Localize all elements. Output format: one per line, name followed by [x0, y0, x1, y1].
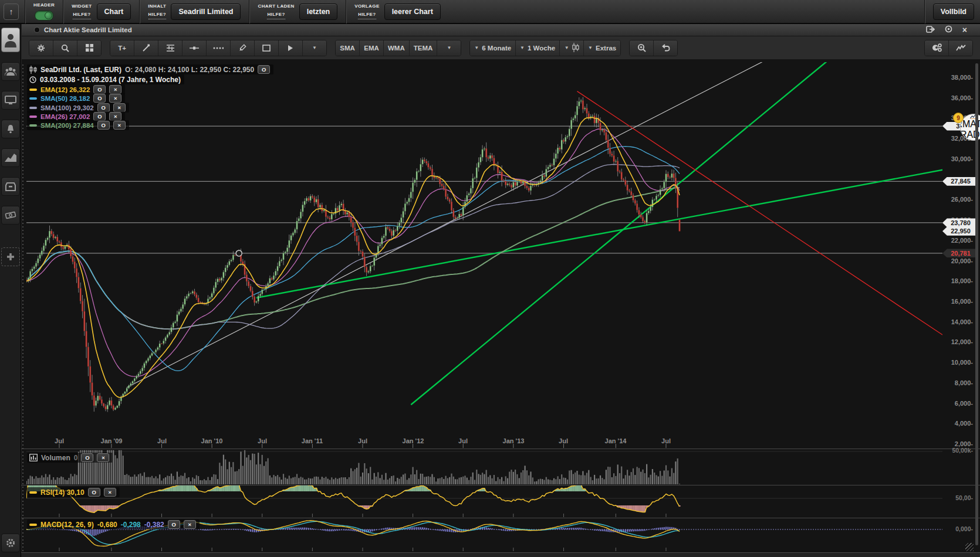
indicator-remove-button[interactable]: × — [109, 94, 121, 103]
people-icon — [5, 67, 16, 76]
record-circle-icon[interactable] — [945, 25, 952, 35]
topbar-group-vorlage: VORLAGE HILFE? leerer Chart — [352, 4, 443, 20]
indicator-swatch — [29, 97, 37, 100]
indicator-dropdown-button[interactable]: ▼ — [437, 40, 461, 56]
sidebar-item-charts[interactable] — [1, 148, 20, 167]
sidebar-item-archive[interactable] — [1, 177, 20, 196]
volume-value: 0 — [74, 454, 78, 462]
window-scrollbar[interactable] — [975, 63, 978, 545]
settings-gear-button[interactable] — [29, 40, 53, 56]
indicator-swatch — [29, 89, 37, 91]
pencil-tool-button[interactable] — [231, 40, 255, 56]
drawer-icon — [5, 182, 16, 191]
range-dropdown-button[interactable]: ▼6 Monate — [470, 40, 516, 56]
rsi-remove-button[interactable]: × — [104, 488, 116, 497]
sidebar-item-profile[interactable] — [1, 28, 20, 52]
indicator-settings-button[interactable]: O — [93, 85, 106, 94]
indicator-settings-button[interactable]: O — [97, 121, 110, 130]
x-axis-label: Jan '09 — [94, 437, 129, 444]
clock-icon — [29, 76, 36, 83]
macd-label: MACD(12, 26, 9) — [40, 521, 94, 529]
zoom-in-button[interactable] — [630, 40, 654, 56]
trendline-tool-button[interactable] — [134, 40, 158, 56]
dotted-line-tool-button[interactable] — [207, 40, 231, 56]
sma-button[interactable]: SMA — [336, 40, 360, 56]
collapse-header-button[interactable]: ↑ — [4, 4, 19, 20]
help-line1: CHART LADEN — [258, 4, 294, 10]
legend-indicator-row: SMA(50) 28,182O× — [27, 93, 125, 103]
indicator-remove-button[interactable]: × — [109, 85, 121, 94]
bubbles-view-button[interactable] — [925, 40, 949, 56]
candles-icon — [29, 66, 37, 74]
zoom-tool-button[interactable] — [53, 40, 77, 56]
volume-settings-button[interactable]: O — [81, 453, 93, 462]
divider — [249, 0, 249, 23]
volume-remove-button[interactable]: × — [97, 453, 109, 462]
widget-help-label[interactable]: WIDGET HILFE? — [72, 4, 92, 19]
notification-badge[interactable]: 9 — [953, 113, 964, 123]
ema-button[interactable]: EMA — [360, 40, 384, 56]
top-header-bar: ↑ HEADER WIDGET HILFE? Chart INHALT HILF… — [0, 0, 980, 23]
rsi-settings-button[interactable]: O — [88, 488, 100, 497]
help-line1: WIDGET — [72, 4, 92, 10]
price-axis-label: 36,000- — [932, 94, 973, 101]
macd-remove-button[interactable]: × — [184, 520, 196, 529]
extras-dropdown-button[interactable]: ▼Extras — [584, 40, 620, 56]
divider — [139, 0, 140, 23]
indicator-label-value: SMA(100) 29,302 — [40, 104, 94, 111]
inhalt-help-label[interactable]: INHALT HILFE? — [148, 4, 166, 19]
undo-button[interactable] — [654, 40, 677, 56]
window-titlebar[interactable]: Chart Aktie Seadrill Limited × — [22, 24, 980, 36]
chart-toolbar: T+ ▼ SMA EMA WMA TEMA ▼ ▼6 Monate ▼1 Woc… — [22, 36, 980, 60]
macd-value: -0,680 — [97, 521, 117, 529]
indicator-settings-button[interactable]: O — [93, 112, 106, 121]
indicator-remove-button[interactable]: × — [109, 112, 121, 121]
indicator-settings-button[interactable]: O — [97, 103, 110, 112]
sidebar-item-money[interactable] — [1, 206, 20, 225]
tema-button[interactable]: TEMA — [410, 40, 438, 56]
interval-dropdown-button[interactable]: ▼1 Woche — [516, 40, 560, 56]
play-tool-button[interactable] — [279, 40, 303, 56]
sidebar-settings[interactable] — [1, 534, 20, 552]
rectangle-tool-button[interactable] — [255, 40, 279, 56]
vorlage-help-label[interactable]: VORLAGE HILFE? — [354, 4, 379, 19]
chart-plot-region[interactable] — [25, 62, 940, 449]
macd-settings-button[interactable]: O — [168, 520, 180, 529]
leerer-chart-button[interactable]: leerer Chart — [384, 4, 441, 20]
close-icon[interactable]: × — [962, 25, 967, 35]
x-axis-label: Jan '10 — [194, 437, 229, 444]
popout-icon[interactable] — [926, 25, 935, 35]
resize-grip[interactable] — [965, 543, 974, 551]
fullscreen-button[interactable]: Vollbild — [933, 4, 974, 20]
sidebar-add-widget[interactable] — [1, 247, 20, 266]
chart-laden-help-label[interactable]: CHART LADEN HILFE? — [258, 4, 294, 19]
indicator-remove-button[interactable]: × — [113, 103, 126, 112]
sidebar-item-contacts[interactable] — [1, 62, 20, 81]
window-title: Chart Aktie Seadrill Limited — [44, 26, 132, 33]
panel-separator — [21, 518, 980, 518]
fibonacci-tool-button[interactable] — [158, 40, 183, 56]
letzten-button[interactable]: letzten — [299, 4, 338, 20]
symbol-name: SeaDrill Ltd. (Last, EUR) — [40, 66, 121, 74]
indicator-settings-button[interactable]: O — [93, 94, 106, 103]
symbol-button[interactable]: Seadrill Limited — [171, 4, 241, 20]
header-toggle[interactable] — [35, 11, 53, 21]
indicator-swatch — [29, 116, 37, 118]
wma-button[interactable]: WMA — [384, 40, 410, 56]
rsi-panel-header: RSI(14) 30,10O× — [27, 487, 120, 497]
macd-value: -0,298 — [121, 521, 141, 529]
topbar-group-chart-laden: CHART LADEN HILFE? letzten — [255, 4, 340, 20]
text-annotation-button[interactable]: T+ — [110, 40, 134, 56]
sidebar-item-desktops[interactable] — [1, 91, 20, 110]
chart-button[interactable]: Chart — [97, 4, 131, 20]
sidebar-item-alerts[interactable] — [1, 120, 20, 138]
drawing-dropdown-button[interactable]: ▼ — [303, 40, 326, 56]
indicator-label-value: EMA(26) 27,002 — [40, 113, 90, 120]
symbol-settings-button[interactable]: O — [258, 65, 270, 74]
sparkline-view-button[interactable] — [949, 40, 972, 56]
layout-grid-button[interactable] — [77, 40, 101, 56]
gutter-grip — [22, 64, 23, 551]
chart-type-dropdown-button[interactable]: ▼ — [560, 40, 584, 56]
horizontal-line-tool-button[interactable] — [183, 40, 207, 56]
indicator-remove-button[interactable]: × — [113, 121, 126, 130]
